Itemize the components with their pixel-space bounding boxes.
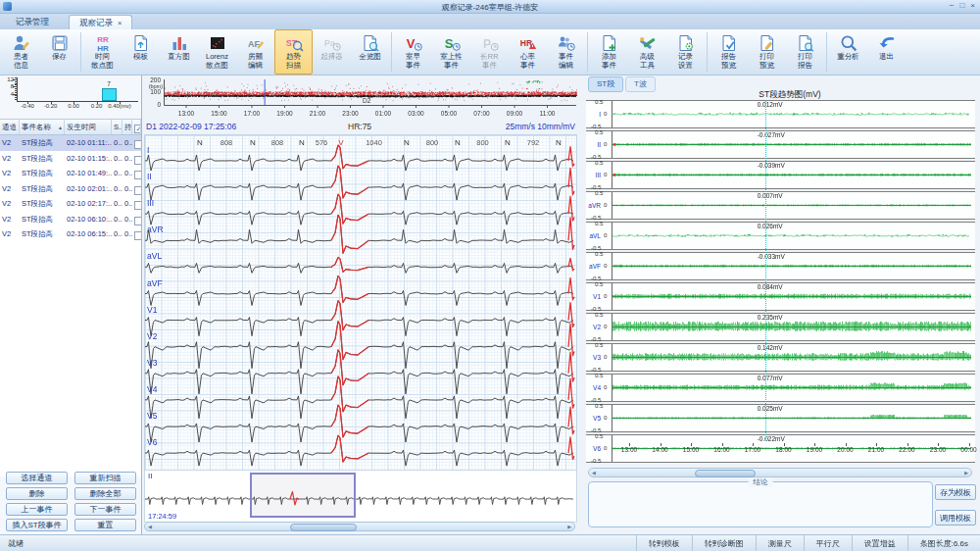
st-trend-row-aVF[interactable]: 0.50-0.5aVF-0.033mV [586,252,975,280]
histogram-button[interactable]: 直方图 [160,29,198,75]
toolbar-separator [80,32,81,72]
pvc-event-button[interactable]: V室早事件 [394,29,432,75]
patient-info-button[interactable]: 患者信息 [2,29,40,75]
st-value-label: 0.026mV [758,223,783,229]
st-trend-row-aVL[interactable]: 0.50-0.5aVL0.026mV [586,222,975,250]
row-checkbox[interactable] [134,231,141,240]
event-duration: 0... [122,166,132,181]
row-checkbox[interactable] [134,140,141,149]
load-template-button[interactable]: 调用模板 [935,510,976,526]
time-scatter-button[interactable]: RRHR时间散点图 [83,29,122,75]
minimize-icon[interactable]: − [950,1,955,10]
strip-scrollbar-thumb[interactable] [290,524,357,531]
event-row[interactable]: V2ST段抬高02-10 02:17:...0...0... [0,196,141,212]
exit-button[interactable]: 退出 [867,29,906,75]
event-row[interactable]: V2ST段抬高02-10 06:10:...0...0... [0,212,141,227]
tab-record-management[interactable]: 记录管理 [6,15,59,29]
svpb-event-button[interactable]: S室上性事件 [432,29,470,75]
row-checkbox[interactable] [134,171,141,179]
status-set-gain[interactable]: 设置增益 [852,535,907,551]
column-header[interactable]: 通道 [0,120,20,134]
reset-button[interactable]: 重置 [74,519,136,531]
adv-tools-button[interactable]: 高级工具 [628,29,666,75]
st-trend-scrollbar-thumb[interactable] [695,470,756,477]
prev-event-button[interactable]: 上一事件 [6,503,68,516]
column-header[interactable]: S... [112,120,122,134]
st-trend-row-V4[interactable]: 0.50-0.5V40.077mV [586,374,975,402]
delete-button[interactable]: 删除 [6,487,68,500]
column-header[interactable]: 事件名称▲ [20,120,65,134]
status-goto-template[interactable]: 转到模板 [636,535,692,551]
ecg-12lead-view[interactable] [144,134,577,471]
save-button[interactable]: 保存 [40,29,78,75]
st-trend-row-V3[interactable]: 0.50-0.5V30.142mV [586,343,975,372]
event-row[interactable]: V2ST段抬高02-10 01:11:...0...0... [0,135,141,151]
add-event-button[interactable]: 添加事件 [590,29,628,75]
st-trend-panel[interactable]: 0.50-0.5I0.012mV0.50-0.5II-0.027mV0.50-0… [586,100,975,441]
rescan-button[interactable]: 重新扫描 [74,472,136,484]
st-trend-row-II[interactable]: 0.50-0.5II-0.027mV [586,130,975,159]
st-ytick-zero: 0 [604,415,607,421]
window-title: 观察记录-246室早组-许德安 [0,2,980,13]
report-preview-button[interactable]: 报告预览 [710,29,748,75]
reanalyze-button[interactable]: 重分析 [829,29,867,75]
hr-event-button[interactable]: HR心率事件 [509,29,547,75]
template-button[interactable]: 模板 [122,29,160,75]
row-checkbox[interactable] [134,201,141,210]
row-checkbox[interactable] [134,186,141,195]
row-checkbox[interactable] [134,217,141,225]
select-channel-button[interactable]: 选择通道 [6,472,68,484]
insert-st-event-button[interactable]: 插入ST段事件 [6,519,68,531]
event-row[interactable]: V2ST段抬高02-10 01:49:...0...0... [0,166,141,181]
pacemaker-icon: Pa [322,33,342,53]
event-channel: V2 [0,151,20,167]
event-row[interactable]: V2ST段抬高02-10 06:15:...0...0... [0,226,141,242]
restore-icon[interactable]: □ [959,1,964,10]
tab-close-icon[interactable]: × [118,19,122,27]
st-trend-row-V1[interactable]: 0.50-0.5V10.084mV [586,282,975,311]
st-trend-row-V2[interactable]: 0.50-0.5V20.235mV [586,313,975,341]
delete-all-button[interactable]: 删除全部 [74,487,136,500]
header-checkbox[interactable]: ✓ [134,125,141,133]
conclusion-box[interactable]: 结论 [588,481,933,527]
strip-selection-box[interactable] [250,473,356,518]
st-x-tick: 16:00 [713,446,729,453]
status-strip-length[interactable]: 条图长度:6.6s [907,535,980,551]
st-trend-row-aVR[interactable]: 0.50-0.5aVR0.007mV [586,191,975,220]
record-settings-label: 记录设置 [678,53,693,70]
event-edit-button[interactable]: 事件编辑 [547,29,585,75]
st-trend-row-III[interactable]: 0.50-0.5III-0.039mV [586,161,975,189]
next-event-button[interactable]: 下一事件 [74,503,136,516]
hr-event-icon: HR [518,33,538,53]
column-header[interactable]: ✓ [132,120,141,134]
hr-trend-chart[interactable] [142,75,583,120]
print-report-button[interactable]: 打印报告 [786,29,824,75]
st-ytick-zero: 0 [604,354,607,360]
event-row[interactable]: V2ST段抬高02-10 02:01:...0...0... [0,181,141,197]
full-view-button[interactable]: 全览图 [351,29,389,75]
st-trend-row-V5[interactable]: 0.50-0.5V50.025mV [586,404,975,432]
report-preview-icon [719,33,739,53]
trend-scan-button[interactable]: ST趋势扫描 [274,29,313,75]
af-edit-button[interactable]: AF房颤编辑 [236,29,274,75]
rhythm-strip[interactable]: II 17:24:59 [144,470,577,523]
print-preview-button[interactable]: 打印预览 [748,29,786,75]
lorenz-scatter-button[interactable]: Lorenz散点图 [198,29,236,75]
row-checkbox[interactable] [134,156,141,165]
st-trend-scrollbar[interactable]: ◀▶ [588,468,972,477]
st-trend-row-I[interactable]: 0.50-0.5I0.012mV [586,100,975,128]
app-window: 观察记录-246室早组-许德安 − □ × 记录管理 观察记录× 患者信息保存R… [0,0,980,551]
status-measure-ruler[interactable]: 测量尺 [756,535,804,551]
hr-event-label: 心率事件 [520,53,535,70]
event-row[interactable]: V2ST段抬高02-10 01:15:...0...0... [0,151,141,167]
save-as-template-button[interactable]: 存为模板 [935,484,976,500]
status-parallel-ruler[interactable]: 平行尺 [804,535,852,551]
st-value-label: 0.077mV [758,375,783,381]
close-icon[interactable]: × [970,1,975,10]
column-header[interactable]: 持... [122,120,132,134]
tab-observe-record[interactable]: 观察记录× [69,15,132,30]
status-goto-diagnosis[interactable]: 转到诊断图 [692,535,756,551]
column-header[interactable]: 发生时间 [65,120,112,134]
strip-scrollbar[interactable]: ◀▶ [144,522,575,531]
record-settings-button[interactable]: 记录设置 [666,29,705,75]
